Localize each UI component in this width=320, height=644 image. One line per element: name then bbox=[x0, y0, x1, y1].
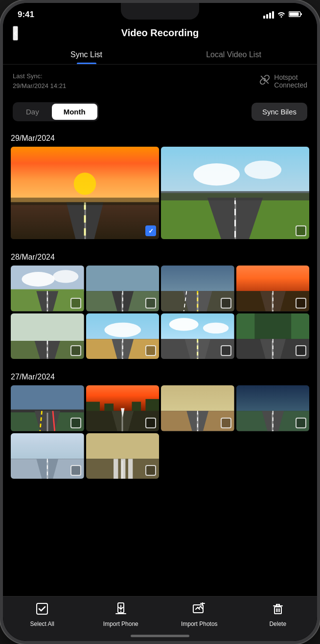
photo-checkbox[interactable] bbox=[296, 298, 306, 309]
day-toggle-button[interactable]: Day bbox=[14, 104, 51, 120]
tab-sync-list[interactable]: Sync List bbox=[13, 44, 160, 64]
hotspot-text: Hotspot Connected bbox=[274, 73, 307, 89]
home-indicator bbox=[131, 635, 189, 637]
status-icons bbox=[263, 11, 302, 19]
svg-rect-1 bbox=[290, 12, 299, 16]
page-title: Video Recording bbox=[121, 27, 199, 39]
list-item[interactable] bbox=[161, 266, 234, 311]
list-item[interactable] bbox=[86, 385, 160, 431]
svg-line-3 bbox=[261, 76, 269, 84]
delete-icon bbox=[272, 602, 284, 618]
list-item[interactable] bbox=[236, 266, 310, 311]
photo-checkbox[interactable] bbox=[296, 418, 306, 428]
import-phone-label: Import Phone bbox=[103, 621, 138, 627]
photo-checkbox[interactable] bbox=[70, 418, 81, 428]
list-item[interactable] bbox=[86, 266, 160, 311]
list-item[interactable] bbox=[86, 313, 160, 359]
photo-thumb bbox=[11, 147, 159, 239]
list-item[interactable] bbox=[236, 313, 310, 359]
list-item[interactable] bbox=[11, 147, 159, 239]
list-item[interactable] bbox=[11, 385, 84, 431]
svg-rect-5 bbox=[11, 202, 159, 240]
date-section-27mar: 27/Mar/2024 bbox=[11, 367, 309, 479]
photo-grid-29mar bbox=[11, 147, 309, 239]
svg-rect-52 bbox=[236, 313, 254, 339]
photo-grid-28mar bbox=[11, 266, 309, 359]
svg-rect-89 bbox=[37, 603, 47, 614]
svg-point-11 bbox=[193, 163, 240, 185]
svg-point-12 bbox=[244, 160, 281, 179]
hotspot-status: Hotspot Connected bbox=[259, 73, 307, 89]
photo-thumb bbox=[161, 147, 309, 239]
svg-rect-32 bbox=[236, 266, 310, 291]
list-item[interactable] bbox=[161, 313, 234, 359]
import-photos-label: Import Photos bbox=[181, 621, 218, 627]
photo-grid-27mar-row1 bbox=[11, 385, 309, 431]
photo-checkbox[interactable] bbox=[221, 345, 231, 356]
import-photos-icon bbox=[193, 602, 206, 618]
svg-point-92 bbox=[120, 611, 121, 612]
list-item[interactable] bbox=[11, 433, 84, 479]
photo-grid-27mar-row2 bbox=[11, 433, 309, 479]
photo-checkbox[interactable] bbox=[296, 345, 306, 356]
view-controls: Day Month Sync Biles bbox=[3, 97, 317, 128]
photo-checkbox[interactable] bbox=[70, 465, 81, 476]
list-item[interactable] bbox=[11, 313, 84, 359]
photo-checkbox[interactable] bbox=[221, 418, 231, 428]
svg-point-47 bbox=[203, 323, 229, 333]
wifi-icon bbox=[277, 11, 286, 19]
signal-bars-icon bbox=[263, 11, 274, 19]
date-label-29mar: 29/Mar/2024 bbox=[11, 128, 309, 147]
select-all-button[interactable]: Select All bbox=[3, 602, 82, 627]
list-item[interactable] bbox=[236, 385, 310, 431]
content-area[interactable]: 29/Mar/2024 bbox=[3, 128, 317, 596]
import-phone-button[interactable]: Import Phone bbox=[82, 602, 160, 627]
svg-rect-71 bbox=[161, 385, 234, 411]
photo-checkbox[interactable] bbox=[145, 225, 156, 236]
svg-rect-53 bbox=[291, 313, 309, 339]
bottom-spacer bbox=[11, 487, 309, 491]
delete-button[interactable]: Delete bbox=[239, 602, 318, 627]
photo-checkbox[interactable] bbox=[145, 298, 156, 309]
photo-checkbox[interactable] bbox=[145, 345, 156, 356]
svg-rect-8 bbox=[11, 198, 159, 205]
photo-checkbox[interactable] bbox=[145, 418, 156, 428]
import-phone-icon bbox=[114, 602, 127, 618]
hotspot-link-icon bbox=[259, 74, 270, 88]
sync-info-bar: Last Sync: 29/Mar/2024 14:21 Hotspot Con… bbox=[3, 65, 317, 97]
svg-point-19 bbox=[53, 270, 78, 283]
list-item[interactable] bbox=[161, 147, 309, 239]
svg-rect-83 bbox=[86, 433, 160, 459]
svg-rect-27 bbox=[161, 266, 234, 291]
svg-rect-79 bbox=[11, 433, 84, 459]
list-item[interactable] bbox=[11, 266, 84, 311]
svg-point-46 bbox=[169, 318, 199, 331]
photo-checkbox[interactable] bbox=[221, 298, 231, 309]
tab-local-video-list[interactable]: Local Video List bbox=[160, 44, 307, 64]
status-bar: 9:41 bbox=[3, 3, 317, 23]
date-section-29mar: 29/Mar/2024 bbox=[11, 128, 309, 239]
select-all-icon bbox=[36, 602, 48, 618]
last-sync-text: Last Sync: 29/Mar/2024 14:21 bbox=[13, 71, 66, 90]
svg-point-18 bbox=[22, 272, 54, 287]
photo-checkbox[interactable] bbox=[296, 225, 306, 236]
screen: 9:41 bbox=[3, 3, 317, 641]
photo-checkbox[interactable] bbox=[70, 298, 81, 309]
photo-checkbox[interactable] bbox=[145, 465, 156, 476]
sync-files-button[interactable]: Sync Biles bbox=[251, 103, 307, 121]
date-label-27mar: 27/Mar/2024 bbox=[11, 367, 309, 385]
svg-rect-16 bbox=[161, 191, 309, 200]
list-item[interactable] bbox=[161, 385, 234, 431]
tabs-container: Sync List Local Video List bbox=[3, 44, 317, 65]
back-button[interactable]: ‹ bbox=[13, 26, 18, 41]
month-toggle-button[interactable]: Month bbox=[52, 104, 97, 120]
delete-label: Delete bbox=[269, 621, 286, 627]
svg-rect-2 bbox=[301, 13, 302, 15]
svg-rect-75 bbox=[236, 385, 310, 411]
import-photos-button[interactable]: Import Photos bbox=[160, 602, 239, 627]
date-label-28mar: 28/Mar/2024 bbox=[11, 247, 309, 266]
photo-checkbox[interactable] bbox=[70, 345, 81, 356]
battery-icon bbox=[289, 11, 302, 19]
list-item[interactable] bbox=[86, 433, 160, 479]
svg-rect-94 bbox=[193, 605, 203, 613]
